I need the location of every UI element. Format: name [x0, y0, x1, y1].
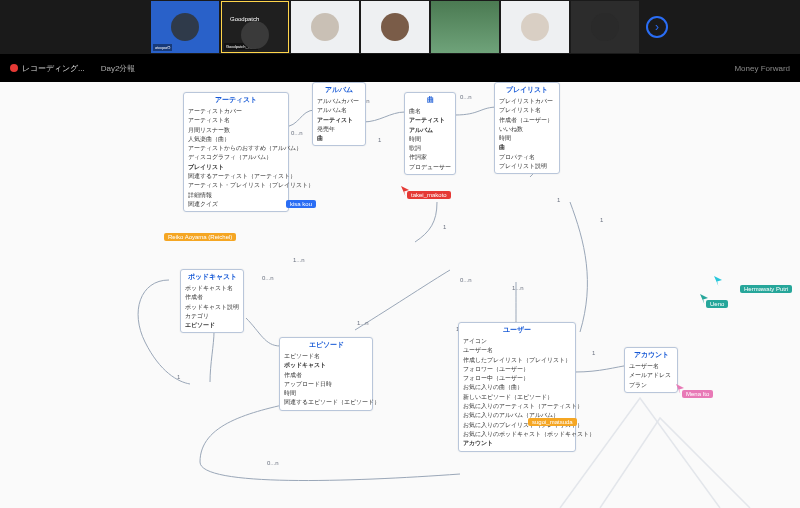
video-tile[interactable] — [361, 1, 429, 53]
presence-tag: Ueno — [706, 300, 728, 308]
presence-tag: takei_makoto — [407, 191, 451, 199]
video-tile[interactable]: otoqooO — [151, 1, 219, 53]
recording-indicator-icon — [10, 64, 18, 72]
video-call-bar: otoqooO Goodpatch Goodpatch_開梱 › — [0, 0, 800, 54]
presence-tag: Hermawaty Putri — [740, 285, 792, 293]
presence-tag: kisa kou — [286, 200, 316, 208]
presence-tag: Reiko Aoyama (Reichel) — [164, 233, 236, 241]
background-artifact — [0, 388, 800, 508]
node-song[interactable]: 曲 曲名 アーティスト アルバム 時間 歌詞 作詞家 プロデューサー — [404, 92, 456, 175]
video-tile[interactable] — [501, 1, 569, 53]
video-tile-active[interactable]: Goodpatch Goodpatch_開梱 — [221, 1, 289, 53]
diagram-canvas[interactable]: 0...n 1...n 1 0...n 1...n 1 1...n 1 0...… — [0, 82, 800, 508]
node-artist[interactable]: アーティスト アーティストカバー アーティスト名 月間リスナー数 人気楽曲（曲）… — [183, 92, 289, 212]
edge-label: 0...n — [460, 277, 472, 283]
edge-label: 0...n — [291, 130, 303, 136]
edge-label: 1 — [378, 137, 381, 143]
org-label: Money Forward — [734, 64, 790, 73]
edge-label: 1...n — [512, 285, 524, 291]
breadcrumb[interactable]: Day2分報 — [101, 63, 136, 74]
video-tile[interactable] — [291, 1, 359, 53]
video-tile[interactable] — [431, 1, 499, 53]
node-album[interactable]: アルバム アルバムカバー アルバム名 アーティスト 発売年 曲 — [312, 82, 366, 146]
next-participants-button[interactable]: › — [646, 16, 668, 38]
recording-label: レコーディング... — [22, 63, 85, 74]
edge-label: 1...n — [293, 257, 305, 263]
node-account[interactable]: アカウント ユーザー名 メールアドレス プラン — [624, 347, 678, 393]
edge-label: 1 — [443, 224, 446, 230]
edge-label: 1 — [557, 197, 560, 203]
app-subbar: レコーディング... Day2分報 Money Forward — [0, 54, 800, 82]
edge-label: 0...n — [460, 94, 472, 100]
node-podcast[interactable]: ポッドキャスト ポッドキャスト名 作成者 ポッドキャスト説明 カテゴリ エピソー… — [180, 269, 244, 333]
edge-label: 0...n — [262, 275, 274, 281]
edge-label: 1...n — [357, 320, 369, 326]
node-playlist[interactable]: プレイリスト プレイリストカバー プレイリスト名 作成者（ユーザー） いいね数 … — [494, 82, 560, 174]
video-tile[interactable] — [571, 1, 639, 53]
edge-label: 1 — [600, 217, 603, 223]
edge-label: 1 — [177, 374, 180, 380]
edge-label: 1 — [592, 350, 595, 356]
